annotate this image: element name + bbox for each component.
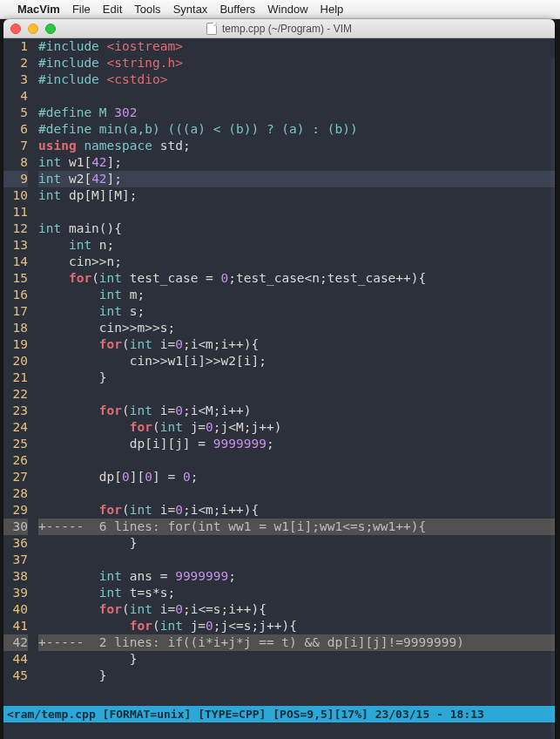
- line-number: 45: [3, 668, 28, 684]
- code-line[interactable]: for(int i=0;i<M;i++): [38, 403, 555, 419]
- code-line[interactable]: cin>>w1[i]>>w2[i];: [38, 353, 555, 370]
- line-number: 11: [3, 204, 28, 220]
- line-number: 29: [3, 502, 28, 519]
- line-number: 23: [3, 403, 28, 419]
- menubar-item-help[interactable]: Help: [320, 3, 344, 16]
- code-line[interactable]: for(int j=0;j<=s;j++){: [38, 618, 555, 634]
- line-number: 19: [3, 336, 28, 353]
- line-number: 36: [3, 535, 28, 552]
- code-line[interactable]: #define M 302: [38, 105, 555, 121]
- fold-row[interactable]: +----- 2 lines: if((i*i+j*j == t) && dp[…: [38, 634, 555, 651]
- line-number: 10: [3, 187, 28, 204]
- titlebar[interactable]: temp.cpp (~/Program) - VIM: [3, 19, 555, 38]
- menubar-item-tools[interactable]: Tools: [134, 3, 160, 16]
- command-line[interactable]: [3, 722, 555, 739]
- menubar-item-window[interactable]: Window: [267, 3, 307, 16]
- right-edge: [549, 58, 555, 739]
- line-number: 14: [3, 254, 28, 270]
- status-text: <ram/temp.cpp [FORMAT=unix] [TYPE=CPP] […: [7, 708, 484, 721]
- line-number: 21: [3, 370, 28, 386]
- menubar-item-syntax[interactable]: Syntax: [173, 3, 208, 16]
- menubar-app-name[interactable]: MacVim: [17, 3, 60, 16]
- line-number: 7: [3, 138, 28, 154]
- code-line[interactable]: for(int i=0;i<=s;i++){: [38, 601, 555, 618]
- code-line[interactable]: int m;: [38, 287, 555, 303]
- line-number: 27: [3, 469, 28, 485]
- zoom-icon[interactable]: [45, 24, 56, 34]
- code-line[interactable]: for(int i=0;i<m;i++){: [38, 336, 555, 353]
- line-number: 16: [3, 287, 28, 303]
- line-number: 38: [3, 568, 28, 585]
- line-number: 9: [3, 171, 28, 187]
- code-line[interactable]: cin>>m>>s;: [38, 320, 555, 336]
- menubar-item-edit[interactable]: Edit: [103, 3, 122, 16]
- line-number: 37: [3, 552, 28, 568]
- code-line[interactable]: #include <iostream>: [38, 38, 555, 55]
- code-area[interactable]: #include <iostream>#include <string.h>#i…: [38, 38, 555, 684]
- line-number: 39: [3, 585, 28, 601]
- line-number: 40: [3, 601, 28, 618]
- code-line[interactable]: #include <cstdio>: [38, 71, 555, 88]
- line-number: 42: [3, 634, 28, 651]
- code-line[interactable]: dp[0][0] = 0;: [38, 469, 555, 485]
- code-line[interactable]: #define min(a,b) (((a) < (b)) ? (a) : (b…: [38, 121, 555, 138]
- line-number: 44: [3, 651, 28, 668]
- line-number: 8: [3, 154, 28, 171]
- code-line[interactable]: }: [38, 651, 555, 668]
- code-line[interactable]: using namespace std;: [38, 138, 555, 154]
- line-number: 30: [3, 519, 28, 535]
- status-line: <ram/temp.cpp [FORMAT=unix] [TYPE=CPP] […: [3, 706, 555, 722]
- code-line[interactable]: int w1[42];: [38, 154, 555, 171]
- mac-menubar: MacVim File Edit Tools Syntax Buffers Wi…: [0, 0, 560, 19]
- code-line[interactable]: int w2[42];: [38, 171, 555, 187]
- line-number-gutter: 1234567891011121314151617181920212223242…: [3, 38, 33, 684]
- fold-row[interactable]: +----- 6 lines: for(int ww1 = w1[i];ww1<…: [38, 519, 555, 535]
- code-line[interactable]: }: [38, 668, 555, 684]
- line-number: 6: [3, 121, 28, 138]
- code-line[interactable]: int dp[M][M];: [38, 187, 555, 204]
- code-line[interactable]: [38, 204, 555, 220]
- line-number: 18: [3, 320, 28, 336]
- document-icon: [206, 23, 217, 35]
- line-number: 5: [3, 105, 28, 121]
- menubar-item-file[interactable]: File: [72, 3, 91, 16]
- code-line[interactable]: for(int i=0;i<m;i++){: [38, 502, 555, 519]
- code-line[interactable]: #include <string.h>: [38, 55, 555, 71]
- code-line[interactable]: int t=s*s;: [38, 585, 555, 601]
- line-number: 41: [3, 618, 28, 634]
- code-line[interactable]: [38, 452, 555, 469]
- line-number: 3: [3, 71, 28, 88]
- code-line[interactable]: }: [38, 535, 555, 552]
- window-controls: [10, 24, 56, 34]
- code-line[interactable]: int s;: [38, 303, 555, 320]
- minimize-icon[interactable]: [28, 24, 38, 34]
- window-title: temp.cpp (~/Program) - VIM: [3, 23, 555, 35]
- code-line[interactable]: [38, 552, 555, 568]
- line-number: 4: [3, 88, 28, 105]
- line-number: 12: [3, 220, 28, 237]
- code-line[interactable]: [38, 88, 555, 105]
- editor[interactable]: 1234567891011121314151617181920212223242…: [3, 38, 555, 708]
- line-number: 28: [3, 485, 28, 502]
- code-line[interactable]: dp[i][j] = 9999999;: [38, 436, 555, 452]
- code-line[interactable]: }: [38, 370, 555, 386]
- menubar-item-buffers[interactable]: Buffers: [219, 3, 255, 16]
- code-line[interactable]: [38, 386, 555, 403]
- line-number: 20: [3, 353, 28, 370]
- code-line[interactable]: cin>>n;: [38, 254, 555, 270]
- close-icon[interactable]: [10, 24, 21, 34]
- line-number: 26: [3, 452, 28, 469]
- line-number: 24: [3, 419, 28, 436]
- line-number: 2: [3, 55, 28, 71]
- code-line[interactable]: int ans = 9999999;: [38, 568, 555, 585]
- line-number: 15: [3, 270, 28, 287]
- line-number: 17: [3, 303, 28, 320]
- code-line[interactable]: for(int test_case = 0;test_case<n;test_c…: [38, 270, 555, 287]
- line-number: 25: [3, 436, 28, 452]
- app-window: temp.cpp (~/Program) - VIM 1234567891011…: [3, 19, 555, 739]
- code-line[interactable]: for(int j=0;j<M;j++): [38, 419, 555, 436]
- line-number: 13: [3, 237, 28, 254]
- code-line[interactable]: [38, 485, 555, 502]
- code-line[interactable]: int main(){: [38, 220, 555, 237]
- code-line[interactable]: int n;: [38, 237, 555, 254]
